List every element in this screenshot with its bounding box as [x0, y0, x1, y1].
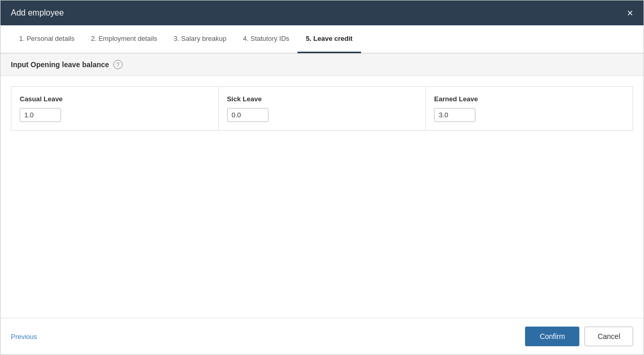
- footer-right: Confirm Cancel: [525, 327, 633, 346]
- sick-leave-input[interactable]: [227, 108, 268, 122]
- tab-personal-details[interactable]: 1. Personal details: [11, 25, 83, 53]
- tab-leave-credit[interactable]: 5. Leave credit: [297, 25, 361, 53]
- casual-leave-input[interactable]: [20, 108, 61, 122]
- modal-header: Add employee ×: [1, 1, 643, 25]
- leave-fields-row: Casual Leave Sick Leave Earned Leave: [11, 86, 633, 131]
- help-icon[interactable]: ?: [113, 60, 123, 69]
- earned-leave-input[interactable]: [434, 108, 475, 122]
- tab-employment-details[interactable]: 2. Employment details: [83, 25, 166, 53]
- modal-title: Add employee: [11, 8, 64, 18]
- tab-salary-breakup[interactable]: 3. Salary breakup: [166, 25, 235, 53]
- add-employee-modal: Add employee × 1. Personal details 2. Em…: [0, 0, 644, 355]
- section-header: Input Opening leave balance ?: [1, 53, 643, 76]
- previous-button[interactable]: Previous: [11, 333, 37, 341]
- section-title: Input Opening leave balance: [11, 60, 109, 69]
- close-button[interactable]: ×: [627, 8, 633, 18]
- cancel-button[interactable]: Cancel: [585, 327, 633, 346]
- confirm-button[interactable]: Confirm: [525, 327, 579, 346]
- earned-leave-label: Earned Leave: [434, 95, 624, 103]
- modal-footer: Previous Confirm Cancel: [1, 318, 643, 354]
- tab-bar: 1. Personal details 2. Employment detail…: [1, 25, 643, 53]
- leave-fields-container: Casual Leave Sick Leave Earned Leave: [1, 76, 643, 141]
- sick-leave-column: Sick Leave: [219, 87, 426, 130]
- earned-leave-column: Earned Leave: [426, 87, 633, 130]
- sick-leave-label: Sick Leave: [227, 95, 417, 103]
- casual-leave-column: Casual Leave: [11, 87, 219, 130]
- tab-statutory-ids[interactable]: 4. Statutory IDs: [235, 25, 298, 53]
- casual-leave-label: Casual Leave: [20, 95, 210, 103]
- modal-body: Input Opening leave balance ? Casual Lea…: [1, 53, 643, 318]
